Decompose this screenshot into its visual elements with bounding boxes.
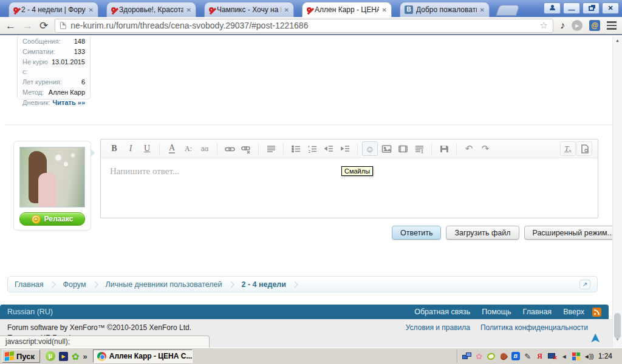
insert-image-button[interactable] — [378, 141, 394, 156]
tab-close-icon[interactable]: ✕ — [382, 7, 387, 13]
font-family-button[interactable]: aα — [197, 141, 213, 156]
footer-link-contact[interactable]: Обратная связь — [414, 308, 470, 316]
text-color-button[interactable]: A — [164, 141, 180, 156]
tab-champix[interactable]: Чампикс - Хочу на Ки ✕ — [204, 2, 294, 17]
url-text[interactable]: ne-kurim.ru/forum/threads/cena-svobody.2… — [70, 21, 535, 30]
save-draft-button[interactable] — [436, 141, 452, 156]
play-extension-icon[interactable]: ▶ — [572, 20, 583, 31]
pen-input-tray-icon[interactable]: ✎ — [523, 351, 533, 361]
advanced-mode-button[interactable]: Расширенный режим... — [524, 226, 622, 240]
no-smoking-favicon — [209, 7, 214, 12]
restore-button[interactable] — [583, 2, 600, 14]
breadcrumb-diaries[interactable]: Личные дневники пользователей — [106, 280, 222, 289]
utorrent-icon[interactable]: µ — [46, 351, 55, 361]
tab-close-icon[interactable]: ✕ — [284, 7, 289, 13]
insert-link-button[interactable] — [222, 141, 238, 156]
insert-quote-button[interactable] — [411, 141, 427, 156]
insert-media-button[interactable] — [395, 141, 411, 156]
page-viewport: Сообщения:148 Симпатии:133 Не курю с:13.… — [0, 36, 622, 348]
active-task-button[interactable]: Аллен Карр - ЦЕНА С... — [93, 349, 193, 363]
bookmark-star-icon[interactable]: ☆ — [540, 20, 548, 31]
minimize-button[interactable]: — — [563, 2, 580, 14]
new-tab-button[interactable] — [496, 5, 520, 16]
close-button[interactable]: ✕ — [602, 2, 619, 14]
download-manager-tray-icon[interactable] — [499, 351, 508, 361]
volume-tray-icon[interactable]: ◄))) — [584, 351, 593, 361]
smilies-button[interactable]: ☺ — [362, 141, 378, 156]
underline-button[interactable]: U — [139, 141, 155, 156]
legal-links: Условия и правила Политика конфиденциаль… — [406, 323, 588, 332]
reload-button[interactable]: ⟳ — [39, 21, 48, 31]
italic-button[interactable]: I — [123, 141, 138, 156]
forward-button[interactable]: → — [22, 21, 33, 31]
reply-button[interactable]: Ответить — [392, 226, 441, 240]
punto-switcher-tray-icon[interactable]: Я — [535, 351, 545, 361]
unlink-button[interactable] — [238, 141, 254, 156]
scrollbar-thumb[interactable] — [614, 313, 621, 339]
mail-agent-extension-icon[interactable]: @ — [589, 20, 600, 31]
chrome-menu-icon[interactable] — [607, 21, 617, 30]
ordered-list-button[interactable] — [304, 141, 320, 156]
toolbar-separator — [431, 143, 432, 155]
breadcrumb-home[interactable]: Главная — [15, 280, 44, 289]
back-button[interactable]: ← — [5, 21, 16, 31]
footer-link-top[interactable]: Вверх — [563, 308, 584, 316]
chevron-right-icon — [227, 281, 234, 288]
language-chooser[interactable]: Russian (RU) — [7, 308, 53, 316]
remove-formatting-button[interactable]: Tx — [560, 141, 576, 156]
alignment-button[interactable] — [263, 141, 279, 156]
toolbar-separator — [217, 143, 217, 155]
bold-button[interactable]: B — [106, 141, 122, 156]
profile-button[interactable] — [544, 2, 561, 14]
privacy-link[interactable]: Политика конфиденциальности — [480, 323, 588, 332]
flower-tray-icon[interactable]: ✿ — [474, 351, 484, 361]
tab-close-icon[interactable]: ✕ — [480, 7, 485, 13]
undo-button[interactable]: ↶ — [461, 141, 477, 156]
music-extension-icon[interactable]: ♪ — [560, 20, 565, 31]
media-player-icon[interactable]: ▶ — [59, 352, 68, 361]
upload-file-button[interactable]: Загрузить файл — [446, 226, 519, 240]
task-label: Аллен Карр - ЦЕНА С... — [109, 352, 193, 360]
relax-status-button[interactable]: ☺ Релаакс — [19, 212, 85, 226]
tab-title: Аллен Карр - ЦЕНА СВ — [315, 5, 379, 14]
network-error-tray-icon[interactable]: ✕ — [547, 351, 557, 361]
scroll-to-top-icon[interactable]: ➤ — [589, 334, 603, 343]
read-diary-link[interactable]: Читать »» — [53, 98, 85, 108]
footer-link-help[interactable]: Помощь — [482, 308, 511, 316]
display-colors-tray-icon[interactable] — [572, 351, 581, 361]
icq-flower-icon[interactable]: ✿ — [72, 352, 80, 361]
network-monitors-tray-icon[interactable] — [462, 351, 472, 361]
no-smoking-favicon — [307, 7, 312, 12]
address-bar[interactable]: ne-kurim.ru/forum/threads/cena-svobody.2… — [55, 19, 553, 33]
chevron-right-icon — [291, 281, 298, 288]
rss-icon[interactable] — [592, 308, 601, 317]
source-mode-button[interactable] — [576, 141, 592, 156]
tab-allen-carr-active[interactable]: Аллен Карр - ЦЕНА СВ ✕ — [302, 2, 392, 17]
browser-toolbar: ← → ⟳ ne-kurim.ru/forum/threads/cena-svo… — [0, 17, 622, 35]
outdent-button[interactable] — [321, 141, 337, 156]
tab-close-icon[interactable]: ✕ — [186, 7, 191, 13]
terms-link[interactable]: Условия и правила — [406, 323, 470, 332]
font-size-button[interactable]: A: — [180, 141, 196, 156]
avatar[interactable] — [19, 147, 85, 207]
user-stats-card: Сообщения:148 Симпатии:133 Не курю с:13.… — [17, 36, 91, 99]
lime-tray-icon[interactable] — [487, 351, 496, 361]
tab-vk-welcome[interactable]: В Добро пожаловать | В ✕ — [400, 2, 490, 17]
tab-close-icon[interactable]: ✕ — [89, 7, 94, 13]
stat-row: Сообщения:148 — [22, 36, 85, 47]
footer-link-home[interactable]: Главная — [523, 308, 552, 316]
indent-button[interactable] — [337, 141, 353, 156]
tab-health[interactable]: Здоровье!, Красота!, ✕ — [106, 2, 196, 17]
quick-launch-overflow-icon[interactable]: » — [83, 352, 87, 361]
start-button[interactable]: Пуск — [2, 349, 40, 363]
scroll-up-icon[interactable]: ▲ — [615, 38, 620, 42]
tab-forum-weeks[interactable]: 2 - 4 недели | Форум Б ✕ — [9, 2, 98, 17]
audio-muted-tray-icon[interactable]: ◄ — [559, 351, 569, 361]
bluetooth-tray-icon[interactable]: B — [511, 351, 521, 361]
unordered-list-button[interactable] — [288, 141, 304, 156]
redo-button[interactable]: ↷ — [477, 141, 493, 156]
scrollbar[interactable]: ▲ ▼ — [612, 36, 622, 348]
open-in-new-icon[interactable]: ↗ — [579, 280, 590, 289]
breadcrumb-forum[interactable]: Форум — [63, 280, 86, 289]
reply-editor[interactable]: B I U A A: aα ☺ — [100, 139, 598, 218]
